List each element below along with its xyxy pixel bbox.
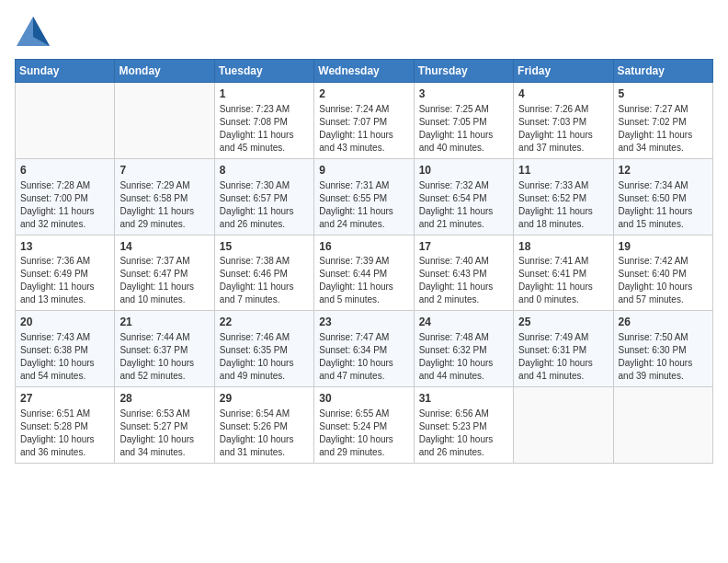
calendar-cell: 26Sunrise: 7:50 AM Sunset: 6:30 PM Dayli… <box>613 311 712 387</box>
calendar-cell: 19Sunrise: 7:42 AM Sunset: 6:40 PM Dayli… <box>613 235 712 311</box>
calendar-cell: 24Sunrise: 7:48 AM Sunset: 6:32 PM Dayli… <box>414 311 513 387</box>
day-number: 26 <box>619 315 708 330</box>
weekday-header-sunday: Sunday <box>16 60 115 83</box>
calendar-cell: 2Sunrise: 7:24 AM Sunset: 7:07 PM Daylig… <box>314 83 414 159</box>
calendar-cell: 28Sunrise: 6:53 AM Sunset: 5:27 PM Dayli… <box>115 387 214 464</box>
day-number: 19 <box>619 239 708 255</box>
calendar-cell: 27Sunrise: 6:51 AM Sunset: 5:28 PM Dayli… <box>16 387 115 464</box>
calendar-cell <box>514 387 613 464</box>
calendar-cell: 9Sunrise: 7:31 AM Sunset: 6:55 PM Daylig… <box>314 158 414 235</box>
calendar-cell <box>16 83 115 159</box>
cell-info: Sunrise: 7:27 AM Sunset: 7:02 PM Dayligh… <box>619 103 708 155</box>
cell-info: Sunrise: 7:48 AM Sunset: 6:32 PM Dayligh… <box>419 331 508 383</box>
page-header <box>15 15 713 48</box>
calendar-cell: 15Sunrise: 7:38 AM Sunset: 6:46 PM Dayli… <box>214 235 313 311</box>
calendar-cell: 31Sunrise: 6:56 AM Sunset: 5:23 PM Dayli… <box>414 387 513 464</box>
cell-info: Sunrise: 6:53 AM Sunset: 5:27 PM Dayligh… <box>119 408 209 459</box>
cell-info: Sunrise: 7:39 AM Sunset: 6:44 PM Dayligh… <box>319 255 408 306</box>
calendar-cell: 25Sunrise: 7:49 AM Sunset: 6:31 PM Dayli… <box>514 311 613 387</box>
calendar-cell: 1Sunrise: 7:23 AM Sunset: 7:08 PM Daylig… <box>214 83 313 159</box>
calendar-cell: 18Sunrise: 7:41 AM Sunset: 6:41 PM Dayli… <box>514 235 613 311</box>
day-number: 5 <box>619 86 708 102</box>
calendar-cell: 13Sunrise: 7:36 AM Sunset: 6:49 PM Dayli… <box>16 235 115 311</box>
day-number: 18 <box>518 239 608 255</box>
day-number: 8 <box>220 163 309 178</box>
day-number: 24 <box>419 315 508 330</box>
weekday-header-saturday: Saturday <box>613 60 712 83</box>
calendar-cell: 14Sunrise: 7:37 AM Sunset: 6:47 PM Dayli… <box>115 235 214 311</box>
calendar-week-1: 1Sunrise: 7:23 AM Sunset: 7:08 PM Daylig… <box>16 83 713 159</box>
day-number: 3 <box>419 86 508 102</box>
logo <box>15 15 55 48</box>
calendar-cell: 16Sunrise: 7:39 AM Sunset: 6:44 PM Dayli… <box>314 235 414 311</box>
day-number: 6 <box>20 163 109 178</box>
calendar-cell: 8Sunrise: 7:30 AM Sunset: 6:57 PM Daylig… <box>214 158 313 235</box>
calendar-cell: 29Sunrise: 6:54 AM Sunset: 5:26 PM Dayli… <box>214 387 313 464</box>
cell-info: Sunrise: 7:32 AM Sunset: 6:54 PM Dayligh… <box>419 179 508 231</box>
day-number: 29 <box>220 391 309 407</box>
calendar-cell: 23Sunrise: 7:47 AM Sunset: 6:34 PM Dayli… <box>314 311 414 387</box>
calendar-cell: 21Sunrise: 7:44 AM Sunset: 6:37 PM Dayli… <box>115 311 214 387</box>
calendar-week-5: 27Sunrise: 6:51 AM Sunset: 5:28 PM Dayli… <box>16 387 713 464</box>
calendar-week-2: 6Sunrise: 7:28 AM Sunset: 7:00 PM Daylig… <box>16 158 713 235</box>
calendar-week-4: 20Sunrise: 7:43 AM Sunset: 6:38 PM Dayli… <box>16 311 713 387</box>
calendar-cell: 20Sunrise: 7:43 AM Sunset: 6:38 PM Dayli… <box>16 311 115 387</box>
day-number: 7 <box>119 163 209 178</box>
day-number: 31 <box>419 391 508 407</box>
cell-info: Sunrise: 7:26 AM Sunset: 7:03 PM Dayligh… <box>518 103 608 155</box>
weekday-header-tuesday: Tuesday <box>214 60 313 83</box>
day-number: 14 <box>119 239 209 255</box>
day-number: 11 <box>518 163 608 178</box>
cell-info: Sunrise: 7:33 AM Sunset: 6:52 PM Dayligh… <box>518 179 608 231</box>
cell-info: Sunrise: 7:29 AM Sunset: 6:58 PM Dayligh… <box>119 179 209 231</box>
weekday-header-row: SundayMondayTuesdayWednesdayThursdayFrid… <box>16 60 713 83</box>
calendar-cell: 11Sunrise: 7:33 AM Sunset: 6:52 PM Dayli… <box>514 158 613 235</box>
weekday-header-friday: Friday <box>514 60 613 83</box>
calendar-cell: 12Sunrise: 7:34 AM Sunset: 6:50 PM Dayli… <box>613 158 712 235</box>
cell-info: Sunrise: 7:40 AM Sunset: 6:43 PM Dayligh… <box>419 255 508 306</box>
cell-info: Sunrise: 7:47 AM Sunset: 6:34 PM Dayligh… <box>319 331 408 383</box>
day-number: 1 <box>220 86 309 102</box>
cell-info: Sunrise: 6:51 AM Sunset: 5:28 PM Dayligh… <box>20 408 109 459</box>
day-number: 10 <box>419 163 508 178</box>
calendar-cell: 3Sunrise: 7:25 AM Sunset: 7:05 PM Daylig… <box>414 83 513 159</box>
day-number: 25 <box>518 315 608 330</box>
calendar-cell: 6Sunrise: 7:28 AM Sunset: 7:00 PM Daylig… <box>16 158 115 235</box>
calendar-cell <box>115 83 214 159</box>
cell-info: Sunrise: 7:37 AM Sunset: 6:47 PM Dayligh… <box>119 255 209 306</box>
calendar-cell <box>613 387 712 464</box>
cell-info: Sunrise: 7:36 AM Sunset: 6:49 PM Dayligh… <box>20 255 109 306</box>
cell-info: Sunrise: 7:44 AM Sunset: 6:37 PM Dayligh… <box>119 331 209 383</box>
day-number: 9 <box>319 163 408 178</box>
day-number: 21 <box>119 315 209 330</box>
weekday-header-monday: Monday <box>115 60 214 83</box>
day-number: 28 <box>119 391 209 407</box>
day-number: 12 <box>619 163 708 178</box>
day-number: 4 <box>518 86 608 102</box>
calendar-cell: 17Sunrise: 7:40 AM Sunset: 6:43 PM Dayli… <box>414 235 513 311</box>
calendar-table: SundayMondayTuesdayWednesdayThursdayFrid… <box>15 59 713 464</box>
cell-info: Sunrise: 7:49 AM Sunset: 6:31 PM Dayligh… <box>518 331 608 383</box>
weekday-header-wednesday: Wednesday <box>314 60 414 83</box>
cell-info: Sunrise: 7:28 AM Sunset: 7:00 PM Dayligh… <box>20 179 109 231</box>
cell-info: Sunrise: 7:30 AM Sunset: 6:57 PM Dayligh… <box>220 179 309 231</box>
day-number: 16 <box>319 239 408 255</box>
cell-info: Sunrise: 6:55 AM Sunset: 5:24 PM Dayligh… <box>319 408 408 459</box>
cell-info: Sunrise: 7:42 AM Sunset: 6:40 PM Dayligh… <box>619 255 708 306</box>
cell-info: Sunrise: 7:38 AM Sunset: 6:46 PM Dayligh… <box>220 255 309 306</box>
calendar-cell: 7Sunrise: 7:29 AM Sunset: 6:58 PM Daylig… <box>115 158 214 235</box>
calendar-week-3: 13Sunrise: 7:36 AM Sunset: 6:49 PM Dayli… <box>16 235 713 311</box>
day-number: 27 <box>20 391 109 407</box>
cell-info: Sunrise: 7:46 AM Sunset: 6:35 PM Dayligh… <box>220 331 309 383</box>
weekday-header-thursday: Thursday <box>414 60 513 83</box>
calendar-body: 1Sunrise: 7:23 AM Sunset: 7:08 PM Daylig… <box>16 83 713 464</box>
calendar-cell: 22Sunrise: 7:46 AM Sunset: 6:35 PM Dayli… <box>214 311 313 387</box>
day-number: 15 <box>220 239 309 255</box>
day-number: 22 <box>220 315 309 330</box>
cell-info: Sunrise: 7:41 AM Sunset: 6:41 PM Dayligh… <box>518 255 608 306</box>
cell-info: Sunrise: 7:24 AM Sunset: 7:07 PM Dayligh… <box>319 103 408 155</box>
cell-info: Sunrise: 7:25 AM Sunset: 7:05 PM Dayligh… <box>419 103 508 155</box>
cell-info: Sunrise: 7:50 AM Sunset: 6:30 PM Dayligh… <box>619 331 708 383</box>
calendar-cell: 10Sunrise: 7:32 AM Sunset: 6:54 PM Dayli… <box>414 158 513 235</box>
day-number: 30 <box>319 391 408 407</box>
